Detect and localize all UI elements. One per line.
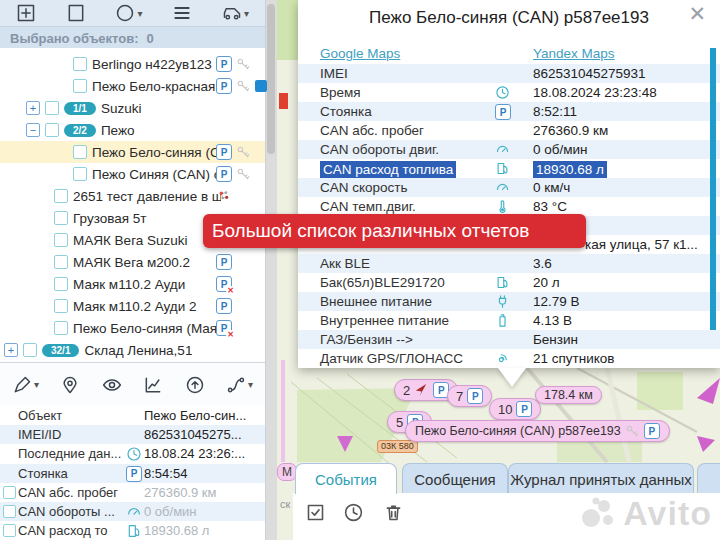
map-marker-label[interactable]: 7P [447,385,492,407]
popup-row: CAN расход топлива18930.68 л [298,159,720,178]
delete-events-icon[interactable] [383,502,404,523]
tab-stub[interactable] [697,463,720,494]
expand-icon[interactable]: + [26,101,40,115]
list-button[interactable] [172,3,192,23]
unit-checkbox[interactable] [45,101,59,115]
detail-row: IMEI/ID862531045275... [0,425,265,444]
popup-row-label: CAN темп.двиг. [320,199,416,214]
popup-row: CAN абс. пробег276360.9 км [298,121,720,140]
gauge-icon [495,142,510,157]
unit-checkbox[interactable] [73,145,87,159]
unit-checkbox[interactable] [45,123,59,137]
unit-checkbox[interactable] [73,167,87,181]
parameter-checkbox[interactable] [3,524,16,537]
unit-list-item[interactable]: Пежо Синяя (CAN) сP [0,163,265,185]
unit-checkbox[interactable] [73,79,87,93]
unit-list-item[interactable]: −2/2Пежо [0,119,265,141]
yandex-maps-link[interactable]: Yandex Maps [533,46,615,61]
car-filter-button[interactable]: ▾ [222,3,249,23]
route-button[interactable]: ▾ [226,375,253,395]
popup-row: Внешнее питание12.79 В [298,292,720,311]
detail-label: Стоянка [18,466,126,481]
visibility-button[interactable] [102,375,122,395]
detail-row: ОбъектПежо Бело-син... [0,406,265,425]
avito-logo-icon [579,493,619,533]
parking-badge-icon: P [216,166,232,182]
tab-Журнал принятых данных[interactable]: Журнал принятых данных [508,463,694,494]
map-marker-label[interactable]: 10P [489,398,541,420]
edit-button[interactable]: ▾ [12,375,39,395]
detail-label: CAN расход то [18,523,126,538]
location-icon [60,375,80,395]
google-maps-link[interactable]: Google Maps [320,46,400,61]
unit-label: Маяк м110.2 Ауди 2 [73,299,197,314]
popup-row-value: 18930.68 л [533,161,607,178]
edit-icon [12,375,32,395]
popup-row-value: 21 спутников [533,351,615,366]
unit-checkbox[interactable] [23,343,37,357]
expand-icon[interactable]: + [4,343,18,357]
unit-checkbox[interactable] [54,211,68,225]
unit-checkbox[interactable] [54,233,68,247]
unit-list-item[interactable]: Маяк м110.2 Ауди 2P [0,295,265,317]
collapse-icon[interactable]: − [26,123,40,137]
popup-row: Акк BLE3.6 [298,254,720,273]
map-marker-m[interactable]: М [277,463,297,481]
close-icon[interactable]: ✕ [688,2,706,26]
parking-badge-icon: P [126,465,142,481]
detail-value: 8:54:54 [144,466,187,481]
map-marker-text: 5 [396,415,403,430]
map-marker-label[interactable]: 178.4 км [535,386,602,404]
parameter-checkbox[interactable] [3,505,16,518]
unit-list-item[interactable]: +1/1Suzuki [0,97,265,119]
unit-list-item[interactable]: +32/1Склад Ленина,51 [0,339,265,361]
parking-badge-icon: P [216,254,232,270]
gauge-icon [495,180,510,195]
satellite-icon [495,351,510,366]
selected-objects-label: Выбрано объектов: [10,31,139,46]
select-events-icon[interactable] [305,502,326,523]
popup-scrollbar[interactable] [710,48,716,330]
group-count-badge: 2/2 [64,124,96,137]
popup-row-label: ГАЗ/Бензин --> [320,332,413,347]
unit-list-item[interactable]: Маяк м110.2 АудиP✕ [0,273,265,295]
time-filter-icon[interactable] [343,502,364,523]
unit-checkbox[interactable] [54,255,68,269]
add-square-button[interactable] [16,3,36,23]
upload-button[interactable] [185,375,205,395]
detail-label: CAN абс. пробег [18,485,126,500]
unit-checkbox[interactable] [54,321,68,335]
popup-row: Внутреннее питание4.13 В [298,311,720,330]
unit-list-item[interactable]: Пежо Бело-синяя (МаяP✕ [0,317,265,339]
circle-select-button[interactable]: ▾ [115,3,142,23]
unit-list-item[interactable]: Пежо Бело-синяя (СP [0,141,265,163]
circle-select-icon [115,3,135,23]
tab-События[interactable]: События [295,463,397,494]
chart-button[interactable] [143,375,163,395]
popup-row-label: Время [320,85,361,100]
selected-objects-count: 0 [147,31,154,46]
tab-Сообщения[interactable]: Сообщения [402,463,508,494]
square-icon [66,3,86,23]
unit-list-item[interactable]: 2651 тест давление в ш [0,185,265,207]
unit-checkbox[interactable] [54,277,68,291]
unit-checkbox[interactable] [54,299,68,313]
parameter-checkbox[interactable] [3,486,16,499]
unit-checkbox[interactable] [73,57,87,71]
avito-watermark-text: Avito [623,494,712,533]
unit-list-item[interactable]: Berlingo н422ув123P [0,53,265,75]
unit-list-item[interactable]: МАЯК Вега м200.2P [0,251,265,273]
unit-label: Пежо Синяя (CAN) с [92,167,220,182]
popup-row-label: Внутреннее питание [320,313,449,328]
location-button[interactable] [60,375,80,395]
square-button[interactable] [66,3,86,23]
parking-badge-icon: P [644,423,660,439]
unit-checkbox[interactable] [54,189,68,203]
detail-value: 862531045275... [144,427,242,442]
access-key-icon [236,57,251,72]
map-marker-label[interactable]: Пежо Бело-синяя (CAN) p587ee193P [405,420,670,442]
gauge-icon [126,504,142,520]
unit-list-item[interactable]: Пежо Бело-краснаяP [0,75,265,97]
parking-badge-icon: P [516,401,532,417]
popup-row-label: Стоянка [320,104,372,119]
